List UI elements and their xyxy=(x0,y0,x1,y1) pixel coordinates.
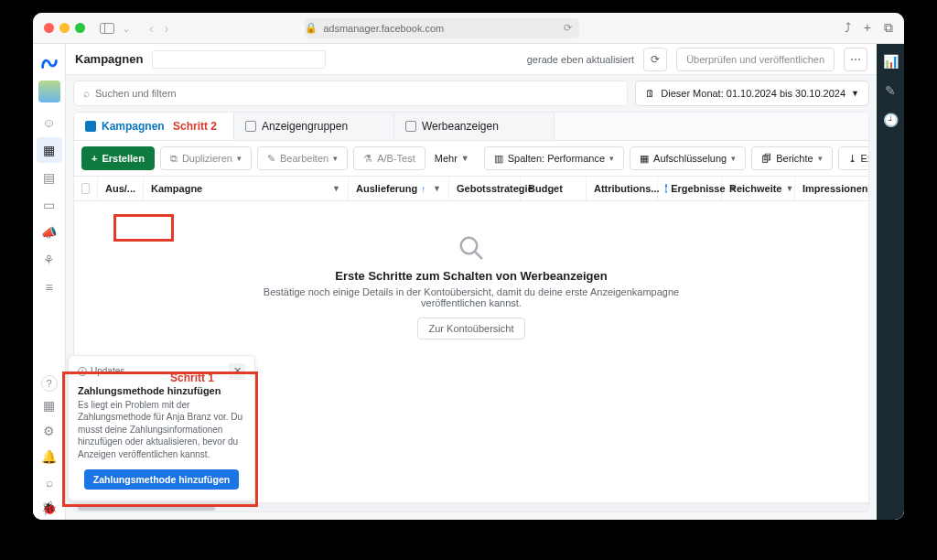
forward-button[interactable]: › xyxy=(165,21,169,36)
tab-campaigns[interactable]: Kampagnen Schritt 2 xyxy=(74,113,234,140)
chevron-down-icon: ▾ xyxy=(731,154,736,163)
empty-state: Erste Schritte zum Schalten von Werbeanz… xyxy=(74,201,868,358)
reports-icon: 🗐 xyxy=(761,153,771,164)
adset-icon xyxy=(245,121,256,132)
chevron-down-icon[interactable]: ⌄ xyxy=(122,22,131,35)
th-attribution[interactable]: Attributions... xyxy=(587,177,658,200)
th-campaign[interactable]: Kampagne▼ xyxy=(144,177,349,200)
create-label: Erstellen xyxy=(102,153,144,164)
share-icon[interactable]: ⤴ xyxy=(845,20,851,36)
export-button[interactable]: ⤓Exportieren▾ xyxy=(838,146,869,170)
sidebar-toggle-icon[interactable] xyxy=(100,23,114,34)
columns-button[interactable]: ▥Spalten: Performance▾ xyxy=(484,146,624,170)
close-window-icon[interactable] xyxy=(44,23,54,33)
history-icon[interactable]: 🕘 xyxy=(882,112,899,128)
edit-button[interactable]: ✎Bearbeiten▾ xyxy=(257,146,348,170)
lock-icon: 🔒 xyxy=(305,22,318,34)
add-payment-button[interactable]: Zahlungsmethode hinzufügen xyxy=(84,469,239,490)
refresh-button[interactable]: ⟳ xyxy=(643,48,667,71)
account-avatar[interactable] xyxy=(38,81,60,102)
updates-popup: i Updates ✕ Zahlungsmethode hinzufügen E… xyxy=(68,355,255,502)
updated-label: gerade eben aktualisiert xyxy=(527,54,634,65)
nav-megaphone-icon[interactable]: 📣 xyxy=(37,220,62,245)
chevron-down-icon: ▾ xyxy=(237,154,242,163)
nav-smile-icon[interactable]: ☺ xyxy=(37,110,62,135)
chevron-down-icon: ▾ xyxy=(609,154,614,163)
new-tab-icon[interactable]: + xyxy=(864,20,871,36)
account-selector[interactable] xyxy=(152,50,326,69)
annotation-step2: Schritt 2 xyxy=(173,120,217,133)
titlebar: ⌄ ‹ › 🔒 adsmanager.facebook.com ⟳ ⤴ + ⧉ xyxy=(33,13,904,44)
nav-card-icon[interactable]: ▭ xyxy=(37,192,62,218)
date-range-label: Dieser Monat: 01.10.2024 bis 30.10.2024 xyxy=(661,88,845,99)
search-bar[interactable]: ⌕ xyxy=(73,81,628,106)
calendar-icon: 🗓 xyxy=(645,88,655,99)
tab-label: Kampagnen xyxy=(102,120,165,133)
search-input[interactable] xyxy=(95,88,618,99)
horizontal-scrollbar[interactable] xyxy=(74,502,868,512)
duplicate-label: Duplizieren xyxy=(182,153,232,164)
scroll-thumb[interactable] xyxy=(78,505,215,511)
export-label: Exportieren xyxy=(861,153,869,164)
th-results[interactable]: iErgebnisse▼ xyxy=(658,177,722,200)
abtest-button[interactable]: ⚗A/B-Test xyxy=(353,146,425,170)
tab-adsets[interactable]: Anzeigengruppen xyxy=(234,113,394,140)
minimize-window-icon[interactable] xyxy=(59,23,70,33)
chevron-down-icon: ▼ xyxy=(332,184,340,193)
th-bidstrategy[interactable]: Gebotsstrategie xyxy=(449,177,521,200)
columns-label: Spalten: Performance xyxy=(508,153,605,164)
th-onoff[interactable]: Aus/... xyxy=(98,177,144,200)
meta-logo-icon[interactable] xyxy=(39,53,59,73)
date-range-button[interactable]: 🗓 Dieser Monat: 01.10.2024 bis 30.10.202… xyxy=(635,81,869,106)
copy-icon: ⧉ xyxy=(170,153,178,165)
tabs-overview-icon[interactable]: ⧉ xyxy=(884,20,893,36)
tab-label: Werbeanzeigen xyxy=(422,120,499,133)
close-popup-button[interactable]: ✕ xyxy=(229,363,245,380)
th-checkbox[interactable] xyxy=(74,177,98,200)
breakdown-button[interactable]: ▦Aufschlüsselung▾ xyxy=(630,146,746,170)
bell-icon[interactable]: 🔔 xyxy=(37,445,62,468)
th-impressions[interactable]: Impressionen xyxy=(795,177,868,200)
url-bar[interactable]: 🔒 adsmanager.facebook.com ⟳ xyxy=(305,18,579,38)
updates-label: Updates xyxy=(91,366,124,376)
right-rail: 📊 ✎ 🕘 xyxy=(877,44,904,520)
nav-share-icon[interactable]: ⚘ xyxy=(37,247,62,273)
review-publish-button[interactable]: Überprüfen und veröffentlichen xyxy=(676,48,835,71)
th-delivery[interactable]: Auslieferung↑▼ xyxy=(349,177,449,200)
th-budget[interactable]: Budget xyxy=(521,177,587,200)
chevron-down-icon: ▾ xyxy=(818,154,823,163)
create-button[interactable]: +Erstellen xyxy=(81,146,155,170)
more-label: Mehr xyxy=(435,153,458,164)
nav-menu-icon[interactable]: ≡ xyxy=(37,275,62,300)
maximize-window-icon[interactable] xyxy=(75,23,85,33)
breakdown-icon: ▦ xyxy=(640,153,649,165)
media-icon[interactable]: ▦ xyxy=(37,393,62,417)
window-controls xyxy=(44,23,85,33)
search-icon[interactable]: ⌕ xyxy=(37,470,62,494)
back-button[interactable]: ‹ xyxy=(149,21,154,36)
bug-icon[interactable]: 🐞 xyxy=(37,496,62,520)
account-overview-button[interactable]: Zur Kontoübersicht xyxy=(417,318,526,339)
insights-icon[interactable]: 📊 xyxy=(882,53,899,70)
export-icon: ⤓ xyxy=(848,153,856,165)
chevron-down-icon: ▼ xyxy=(785,184,793,193)
nav-grid-icon[interactable]: ▦ xyxy=(37,137,62,163)
nav-layers-icon[interactable]: ▤ xyxy=(37,165,62,190)
svg-line-3 xyxy=(475,252,482,259)
edit-icon[interactable]: ✎ xyxy=(882,82,899,99)
tab-ads[interactable]: Werbeanzeigen xyxy=(394,113,555,140)
reports-button[interactable]: 🗐Berichte▾ xyxy=(751,146,832,170)
more-dropdown[interactable]: Mehr▼ xyxy=(431,153,473,164)
popup-body: Es liegt ein Problem mit der Zahlungsmet… xyxy=(78,399,245,461)
duplicate-button[interactable]: ⧉Duplizieren▾ xyxy=(160,146,252,170)
edit-label: Bearbeiten xyxy=(280,153,328,164)
refresh-icon[interactable]: ⟳ xyxy=(564,22,579,34)
overflow-button[interactable]: ⋯ xyxy=(844,48,867,71)
search-icon: ⌕ xyxy=(83,87,90,100)
th-reach[interactable]: Reichweite▼ xyxy=(722,177,795,200)
settings-gear-icon[interactable]: ⚙ xyxy=(37,419,62,443)
help-icon[interactable]: ? xyxy=(41,375,58,392)
abtest-label: A/B-Test xyxy=(377,153,415,164)
breakdown-label: Aufschlüsselung xyxy=(653,153,727,164)
action-toolbar: +Erstellen ⧉Duplizieren▾ ✎Bearbeiten▾ ⚗A… xyxy=(74,141,868,176)
